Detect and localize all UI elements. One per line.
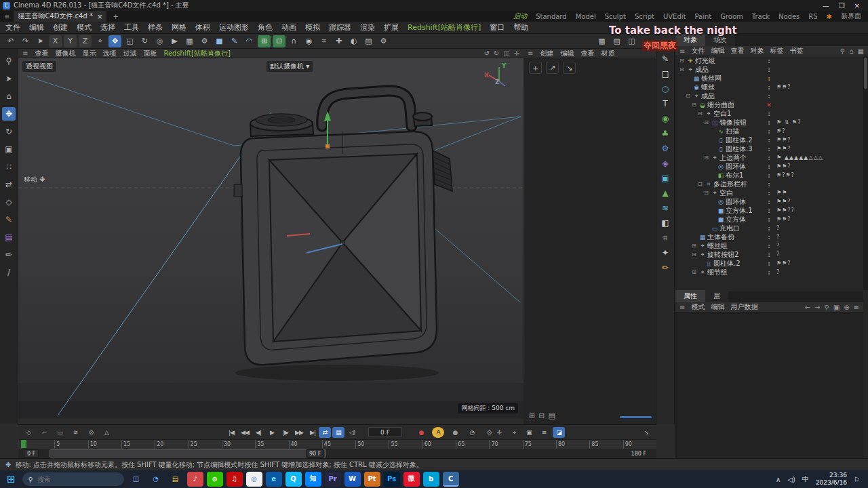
shelf-icon[interactable]: ▲ xyxy=(658,186,672,199)
pt-app-icon[interactable]: Pt xyxy=(364,472,380,487)
shelf-icon[interactable]: ⚙ xyxy=(658,142,672,155)
keyframe-icon[interactable]: ◇ xyxy=(22,427,35,438)
object-label[interactable]: 充电口 xyxy=(719,224,762,233)
attribute-menu-item[interactable]: 编辑 xyxy=(711,302,724,312)
axis-mode-icon[interactable]: ▤ xyxy=(2,230,16,244)
new-ui-label[interactable]: 新界面 xyxy=(841,12,861,21)
range-band[interactable] xyxy=(50,449,326,458)
viewport-view-icon[interactable]: ↺ xyxy=(484,49,489,57)
expander-icon[interactable]: ⊟ xyxy=(696,181,704,187)
tree-row[interactable]: ▯ 圆柱体.2 : ⚑⚑? xyxy=(675,259,863,268)
view-label[interactable]: 透视视图 xyxy=(22,61,56,72)
taskbar-search[interactable]: ⚲ xyxy=(22,472,124,486)
snap-grid-icon[interactable]: ⊞ xyxy=(258,35,271,47)
next-frame-button[interactable]: |▶ xyxy=(279,427,292,438)
menu-item[interactable]: 跟踪器 xyxy=(329,22,351,33)
viewport-view-icon[interactable]: ✛ xyxy=(514,49,519,57)
object-menu-item[interactable]: 对象 xyxy=(750,46,764,56)
layout-item[interactable]: Paint xyxy=(694,13,711,20)
tree-row[interactable]: ▯ 圆柱体.2 : ⚑⚑? xyxy=(675,136,863,144)
visibility-dots[interactable]: : xyxy=(762,155,776,161)
object-menu-item[interactable]: 书签 xyxy=(789,46,803,56)
visibility-dots[interactable]: : xyxy=(762,128,776,135)
ruler-tick[interactable]: 60 xyxy=(422,440,456,449)
object-menu-item[interactable]: 查看 xyxy=(730,46,744,56)
prev-frame-button[interactable]: ◀| xyxy=(252,427,264,438)
object-header-icon[interactable]: ⚲ xyxy=(840,47,845,55)
add-cube-icon[interactable]: ■ xyxy=(213,35,226,47)
object-label[interactable]: 旋转按钮2 xyxy=(707,250,762,260)
material-view-icon[interactable]: ⊟ xyxy=(538,411,545,420)
object-menu-item[interactable]: 文件 xyxy=(691,46,705,56)
record-pla-button[interactable]: ◪ xyxy=(553,427,565,438)
menu-item[interactable]: 扩展 xyxy=(384,22,399,33)
layout-item[interactable]: RS xyxy=(808,13,817,20)
lock-z-button[interactable]: Z xyxy=(79,35,92,47)
range-toggle[interactable]: ▤ xyxy=(332,427,344,438)
visibility-dots[interactable]: : xyxy=(762,251,776,258)
ruler-tick[interactable]: 40 xyxy=(289,440,322,449)
tab-menu-icon[interactable]: ≡ xyxy=(0,13,14,20)
visibility-dots[interactable]: : xyxy=(762,75,776,82)
autokey-button[interactable]: A xyxy=(432,427,444,438)
minimize-button[interactable]: — xyxy=(823,2,829,9)
shelf-icon[interactable]: ◉ xyxy=(658,112,672,125)
object-tags[interactable]: ? xyxy=(776,269,863,275)
record-button[interactable]: ● xyxy=(415,427,427,438)
region-icon[interactable]: ▭ xyxy=(54,427,66,438)
object-tags[interactable]: ⚑ ⇅ ⚑? xyxy=(776,119,863,125)
visibility-dots[interactable]: : xyxy=(762,181,776,188)
visibility-dots[interactable]: : xyxy=(762,260,776,267)
viewport-menu-item[interactable]: Redshift[站酷肖像行] xyxy=(163,49,230,58)
tree-row[interactable]: ⊞ ⌖ 细节组 : ? xyxy=(675,268,863,277)
object-menu-item[interactable]: 标签 xyxy=(770,46,783,56)
move-tool-icon[interactable]: ✥ xyxy=(108,35,121,47)
file-explorer-icon[interactable]: ▤ xyxy=(167,472,184,487)
menu-item[interactable]: 选择 xyxy=(100,22,115,33)
tab-attributes[interactable]: 属性 xyxy=(675,290,705,302)
object-label[interactable]: 立方体.1 xyxy=(726,206,762,216)
shelf-icon[interactable]: ✏ xyxy=(658,261,672,274)
attribute-menu-icon[interactable]: ≡ xyxy=(679,304,685,311)
viewport-menu-item[interactable]: 查看 xyxy=(35,49,48,58)
object-label[interactable]: 镜像按钮 xyxy=(719,118,762,127)
shelf-icon[interactable]: ≋ xyxy=(658,201,672,214)
range-end-field[interactable]: 90 F xyxy=(306,449,324,458)
bilibili-icon[interactable]: b xyxy=(423,472,439,487)
zhihu-icon[interactable]: 知 xyxy=(305,472,321,487)
snap-toggle-icon[interactable]: / xyxy=(2,266,16,279)
points-mode-icon[interactable]: ∷ xyxy=(2,160,16,174)
ruler-tick[interactable]: 55 xyxy=(389,440,422,449)
ruler-tick[interactable]: 65 xyxy=(456,440,489,449)
time-button[interactable]: ◷ xyxy=(466,427,478,438)
object-tags[interactable]: ⚑⚑? xyxy=(776,146,863,152)
texture-mode-icon[interactable]: ↻ xyxy=(2,125,16,138)
notification-bell-icon[interactable]: ⚐ xyxy=(854,476,860,483)
record-position-button[interactable]: ✛ xyxy=(493,427,505,438)
layout-startup[interactable]: 启动 xyxy=(513,12,527,21)
zoom-icon[interactable]: ⚲ xyxy=(2,54,16,68)
attribute-nav-icon[interactable]: ▣ xyxy=(833,304,840,311)
visibility-dots[interactable]: ✕ xyxy=(762,102,776,108)
shelf-icon[interactable]: T xyxy=(658,97,672,110)
ruler-tick[interactable]: 70 xyxy=(489,440,522,449)
expander-icon[interactable]: ⊟ xyxy=(696,110,704,117)
menu-item[interactable]: 角色 xyxy=(258,22,273,33)
motion-icon[interactable]: ≋ xyxy=(69,427,81,438)
weibo-icon[interactable]: 微 xyxy=(403,472,420,487)
layout-item[interactable]: Nodes xyxy=(778,13,800,20)
object-tags[interactable]: ⚑ ▲▲▲▲▲△△△ xyxy=(776,155,863,161)
widgets-icon[interactable]: ◔ xyxy=(148,472,164,487)
tree-row[interactable]: ▦ 主体备份 : ? xyxy=(675,232,863,241)
object-label[interactable]: 细节组 xyxy=(707,268,762,277)
tree-row[interactable]: ◎ 圆环体 : ⚑⚑? xyxy=(675,162,863,171)
material-scrollbar[interactable] xyxy=(620,416,652,418)
object-label[interactable]: 螺丝 xyxy=(701,83,762,92)
record-scale-button[interactable]: ⌖ xyxy=(508,427,520,438)
tweak-mode-icon[interactable]: ✎ xyxy=(2,213,16,226)
viewport-menu-item[interactable]: 面板 xyxy=(143,49,157,58)
tray-chevron-icon[interactable]: ∧ xyxy=(776,476,781,483)
ruler-tick[interactable]: 10 xyxy=(88,440,121,449)
scale-tool-icon[interactable]: ◱ xyxy=(123,35,136,47)
tree-row[interactable]: ■ 立方体.1 : ⚑⚑?? xyxy=(675,206,863,215)
